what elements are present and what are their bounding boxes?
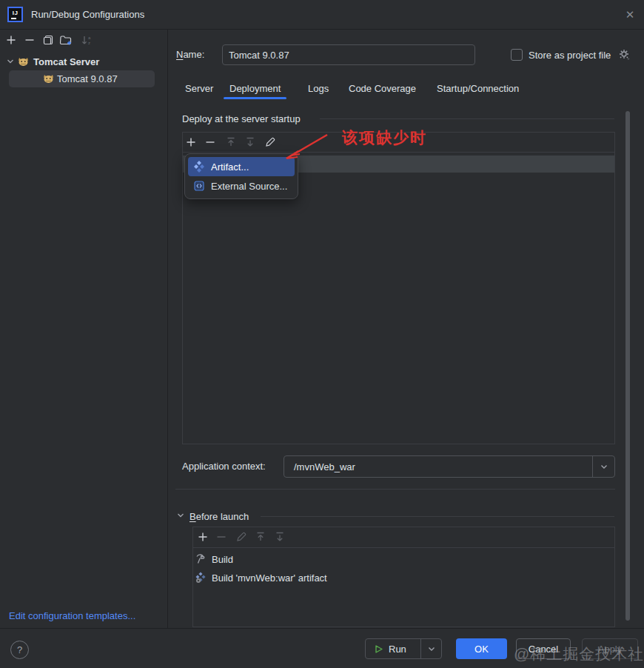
close-icon[interactable]: ✕ — [622, 7, 638, 23]
tab-code-coverage[interactable]: Code Coverage — [349, 79, 416, 98]
apply-button[interactable]: Apply — [582, 638, 638, 659]
external-source-icon — [193, 180, 205, 192]
toolbar-divider — [183, 152, 614, 153]
popup-item-external-source[interactable]: External Source... — [188, 176, 295, 196]
remove-deployment-button[interactable] — [202, 134, 218, 150]
dialog-titlebar: IJ Run/Debug Configurations ✕ — [0, 0, 644, 30]
tree-root-label: Tomcat Server — [33, 56, 99, 67]
tomcat-icon — [43, 74, 54, 84]
chevron-down-icon[interactable] — [176, 511, 185, 520]
gear-icon[interactable] — [617, 47, 632, 62]
tree-child-label: Tomcat 9.0.87 — [57, 73, 118, 84]
vertical-scrollbar[interactable] — [625, 111, 630, 621]
dialog-title: Run/Debug Configurations — [31, 0, 144, 30]
tab-server[interactable]: Server — [185, 79, 213, 98]
annotation-arrow — [275, 126, 335, 167]
name-label: Name: — [176, 49, 204, 60]
svg-text:a: a — [88, 36, 91, 40]
name-input[interactable] — [222, 44, 475, 65]
before-launch-item-build-artifact[interactable]: Build 'mvnWeb:war' artifact — [195, 569, 327, 587]
application-context-value: /mvnWeb_war — [284, 461, 592, 472]
task-label: Build — [212, 554, 233, 565]
move-down-icon[interactable] — [242, 134, 258, 150]
tree-item-tomcat-server[interactable]: Tomcat Server — [6, 53, 99, 70]
remove-task-icon[interactable] — [213, 529, 229, 545]
deploy-section-title: Deploy at the server startup — [182, 113, 301, 124]
task-label: Build 'mvnWeb:war' artifact — [212, 572, 327, 584]
before-launch-title: Before launch — [189, 511, 249, 522]
play-icon — [374, 644, 383, 654]
add-configuration-button[interactable] — [3, 32, 19, 48]
toolbar-divider — [193, 547, 614, 548]
annotation-text: 该项缺少时 — [342, 127, 427, 148]
move-down-icon[interactable] — [272, 529, 288, 545]
application-context-label: Application context: — [182, 461, 266, 472]
edit-configuration-templates-link[interactable]: Edit configuration templates... — [9, 610, 135, 621]
chevron-down-icon[interactable] — [592, 456, 614, 477]
hammer-icon — [195, 553, 207, 565]
sort-configurations-icon[interactable]: a z — [78, 32, 95, 48]
application-context-combobox[interactable]: /mvnWeb_war — [284, 455, 615, 478]
ok-button[interactable]: OK — [456, 638, 507, 659]
popup-item-label: Artifact... — [211, 161, 249, 173]
store-as-project-file-label: Store as project file — [529, 50, 611, 61]
run-label: Run — [389, 644, 406, 655]
section-divider — [320, 118, 614, 119]
move-up-icon[interactable] — [252, 529, 269, 545]
tomcat-icon — [18, 57, 29, 67]
artifact-icon — [193, 161, 205, 173]
intellij-logo-icon: IJ — [7, 7, 23, 22]
copy-configuration-button[interactable] — [40, 32, 56, 48]
artifact-icon — [195, 572, 207, 584]
store-as-project-file-checkbox[interactable] — [511, 49, 523, 61]
new-folder-button[interactable] — [58, 32, 74, 48]
configurations-sidebar: a z Tomcat Server Tomcat 9.0.8 — [0, 30, 168, 628]
run-button[interactable]: Run — [365, 638, 442, 659]
section-divider — [261, 516, 614, 517]
dialog-footer: ? Run OK Cancel Apply @稀土掘金技术社区 — [0, 628, 644, 668]
tab-logs[interactable]: Logs — [308, 79, 329, 98]
before-launch-item-build[interactable]: Build — [195, 550, 233, 568]
tab-startup-connection[interactable]: Startup/Connection — [437, 79, 519, 98]
content-divider — [175, 489, 615, 490]
move-up-icon[interactable] — [223, 134, 239, 150]
edit-task-icon[interactable] — [233, 529, 249, 545]
popup-item-label: External Source... — [211, 181, 287, 192]
chevron-down-icon[interactable] — [6, 57, 15, 66]
remove-configuration-button[interactable] — [21, 32, 38, 48]
help-button[interactable]: ? — [10, 641, 29, 659]
tab-deployment[interactable]: Deployment — [229, 79, 281, 98]
cancel-button[interactable]: Cancel — [516, 638, 571, 659]
add-deployment-button[interactable] — [183, 134, 199, 150]
run-options-chevron[interactable] — [421, 639, 441, 658]
tree-item-tomcat-9087[interactable]: Tomcat 9.0.87 — [9, 70, 155, 87]
svg-text:z: z — [88, 41, 90, 45]
add-task-button[interactable] — [195, 529, 211, 545]
